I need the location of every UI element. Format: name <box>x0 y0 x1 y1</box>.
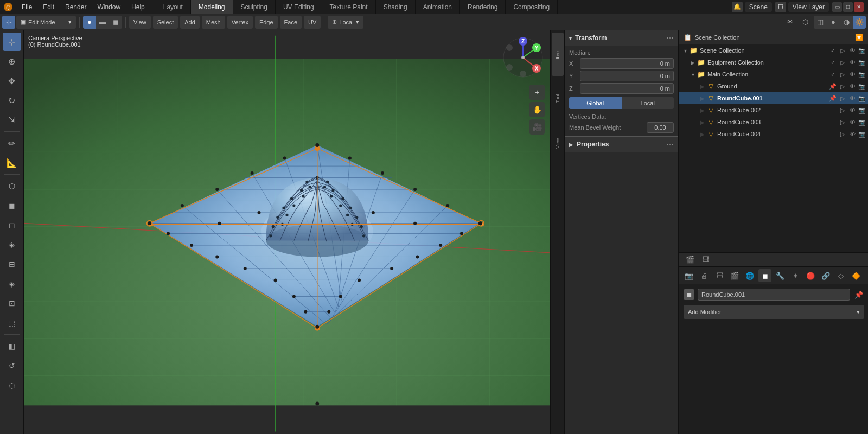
properties-options-icon[interactable]: ⋯ <box>666 140 674 149</box>
restrict-viewport-icon[interactable]: ✓ <box>828 46 837 55</box>
ground-arrow[interactable]: ▷ <box>838 82 847 91</box>
prop-view-layer-btn[interactable]: 🎞 <box>713 269 726 282</box>
menu-help[interactable]: Help <box>126 0 150 14</box>
prop-material-icon[interactable]: 🔶 <box>850 269 863 282</box>
ground-render[interactable]: 📷 <box>858 82 866 91</box>
outliner-main-collection[interactable]: ▾ 📁 Main Collection ✓ ▷ 👁 📷 <box>679 68 868 80</box>
prop-object-icon[interactable]: ◼ <box>758 269 771 282</box>
add-modifier-btn[interactable]: Add Modifier ▾ <box>684 305 864 319</box>
extrude-tool[interactable]: ◼ <box>3 196 21 215</box>
window-maximize[interactable]: □ <box>843 2 853 12</box>
viewport-3d[interactable]: Camera Perspective (0) RoundCube.001 Z Y <box>24 30 550 434</box>
expand-roundcube-002[interactable]: ▶ <box>699 106 706 114</box>
outliner-scene-collection[interactable]: ▾ 📁 Scene Collection ✓ ▷ 👁 📷 <box>679 44 868 56</box>
global-btn[interactable]: Global <box>569 97 622 109</box>
knife-tool[interactable]: ⊡ <box>3 294 21 312</box>
annotate-tool[interactable]: ✏ <box>3 134 21 152</box>
menu-edit[interactable]: Edit <box>37 0 60 14</box>
overlay-btn[interactable]: 👁 <box>783 16 796 29</box>
outliner-filter-icon[interactable]: 🔽 <box>853 32 864 43</box>
object-name-field[interactable]: RoundCube.001 <box>698 289 850 301</box>
outliner-roundcube-001[interactable]: ▶ ▽ RoundCube.001 📌 ▷ 👁 📷 <box>679 92 868 104</box>
rc002-hide[interactable]: 👁 <box>848 106 857 114</box>
vertex-select-btn[interactable]: ● <box>83 16 96 29</box>
rc003-render[interactable]: 📷 <box>858 118 866 126</box>
viewport-gizmo[interactable]: Z Y X <box>501 36 545 79</box>
menu-window[interactable]: Window <box>92 0 126 14</box>
move-tool[interactable]: ✥ <box>3 72 21 90</box>
face-select-btn[interactable]: ◼ <box>109 16 122 29</box>
ground-pin[interactable]: 📌 <box>828 82 837 91</box>
tab-sculpting[interactable]: Sculpting <box>233 0 276 14</box>
measure-tool[interactable]: 📐 <box>3 154 21 172</box>
expand-main-collection[interactable]: ▾ <box>689 71 697 78</box>
rc002-arrow[interactable]: ▷ <box>838 106 847 114</box>
bevel-weight-input[interactable]: 0.00 <box>647 122 674 133</box>
tab-modeling[interactable]: Modeling <box>191 0 233 14</box>
view-menu-btn[interactable]: View <box>129 16 151 29</box>
hide-icon[interactable]: 👁 <box>848 46 857 55</box>
viewport-display-icon[interactable]: ⊹ <box>2 16 15 29</box>
edge-select-btn[interactable]: ▬ <box>96 16 109 29</box>
tab-animation[interactable]: Animation <box>416 0 460 14</box>
transform-space-btn[interactable]: ⊕ Local ▾ <box>328 16 363 29</box>
rc002-render[interactable]: 📷 <box>858 106 866 114</box>
blender-logo[interactable]: ⬡ <box>0 0 16 14</box>
expand-scene-collection[interactable]: ▾ <box>681 47 689 54</box>
tab-uv-editing[interactable]: UV Editing <box>276 0 322 14</box>
tab-layout[interactable]: Layout <box>156 0 191 14</box>
y-input[interactable]: 0 m <box>580 71 674 81</box>
transform-options-icon[interactable]: ⋯ <box>666 34 674 42</box>
prop-data-icon[interactable]: ◇ <box>834 269 847 282</box>
window-minimize[interactable]: ▭ <box>832 2 842 12</box>
rc003-hide[interactable]: 👁 <box>848 118 857 126</box>
menu-file[interactable]: File <box>16 0 37 14</box>
loop-cut-tool[interactable]: ⊟ <box>3 255 21 273</box>
rc004-arrow[interactable]: ▷ <box>838 130 847 138</box>
tab-rendering[interactable]: Rendering <box>460 0 506 14</box>
prop-world-icon[interactable]: 🌐 <box>743 269 756 282</box>
solid-btn[interactable]: ● <box>827 16 840 29</box>
x-input[interactable]: 0 m <box>580 58 674 69</box>
expand-roundcube-001[interactable]: ▶ <box>699 94 706 102</box>
menu-render[interactable]: Render <box>60 0 92 14</box>
viewport-canvas[interactable]: Camera Perspective (0) RoundCube.001 Z Y <box>24 30 550 434</box>
scale-tool[interactable]: ⇲ <box>3 111 21 129</box>
face-menu-btn[interactable]: Face <box>280 16 302 29</box>
zoom-in-btn[interactable]: + <box>529 85 545 100</box>
add-cube-tool[interactable]: ⬡ <box>3 177 21 195</box>
inset-tool[interactable]: ◻ <box>3 216 21 234</box>
main-restrict-viewport[interactable]: ✓ <box>828 70 837 79</box>
rc001-pin[interactable]: 📌 <box>828 94 837 103</box>
side-tab-view[interactable]: View <box>552 122 564 165</box>
expand-equipment-collection[interactable]: ▶ <box>689 59 697 66</box>
properties-panel-header[interactable]: ▶ Properties ⋯ <box>565 136 678 152</box>
side-tab-item[interactable]: Item <box>552 33 564 76</box>
pan-btn[interactable]: ✋ <box>529 102 545 117</box>
window-close[interactable]: ✕ <box>854 2 864 12</box>
outliner-ground[interactable]: ▶ ▽ Ground 📌 ▷ 👁 📷 <box>679 80 868 92</box>
rc001-arrow[interactable]: ▷ <box>838 94 847 103</box>
main-render[interactable]: 📷 <box>858 70 866 79</box>
vertex-menu-btn[interactable]: Vertex <box>227 16 253 29</box>
prop-scene-btn[interactable]: 🎬 <box>728 269 741 282</box>
eq-restrict-viewport[interactable]: ✓ <box>828 58 837 67</box>
render-icon[interactable]: 📷 <box>858 46 866 55</box>
outliner-equipment-collection[interactable]: ▶ 📁 Equipment Collection ✓ ▷ 👁 📷 <box>679 56 868 68</box>
edge-menu-btn[interactable]: Edge <box>255 16 278 29</box>
mode-selector[interactable]: ▣ Edit Mode ▾ <box>16 16 76 29</box>
rc004-hide[interactable]: 👁 <box>848 130 857 138</box>
rc001-render[interactable]: 📷 <box>858 94 866 103</box>
outliner-roundcube-004[interactable]: ▶ ▽ RoundCube.004 ▷ 👁 📷 <box>679 128 868 140</box>
side-tab-tool[interactable]: Tool <box>552 77 564 120</box>
material-preview-btn[interactable]: ◑ <box>840 16 853 29</box>
rotate-tool[interactable]: ↻ <box>3 91 21 110</box>
expand-roundcube-004[interactable]: ▶ <box>699 130 706 138</box>
offset-edge-loop-tool[interactable]: ◈ <box>3 275 21 293</box>
main-hide[interactable]: 👁 <box>848 70 857 79</box>
rc001-hide[interactable]: 👁 <box>848 94 857 103</box>
rendered-btn[interactable]: 🔆 <box>853 16 866 29</box>
rc004-render[interactable]: 📷 <box>858 130 866 138</box>
mesh-menu-btn[interactable]: Mesh <box>202 16 225 29</box>
z-input[interactable]: 0 m <box>580 83 674 94</box>
